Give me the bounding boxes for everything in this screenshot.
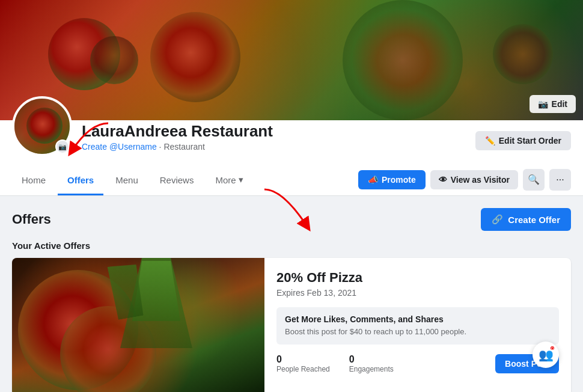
edit-cover-label: Edit bbox=[552, 99, 567, 109]
page-title: Offers bbox=[12, 212, 51, 227]
ellipsis-icon: ··· bbox=[556, 174, 564, 185]
boost-box-subtitle: Boost this post for $40 to reach up to 1… bbox=[285, 326, 551, 337]
engagements-value: 0 bbox=[349, 354, 394, 365]
eye-icon: 👁 bbox=[439, 175, 447, 185]
profile-sub: Create @Username · Restaurant bbox=[82, 142, 466, 152]
offer-image bbox=[12, 258, 264, 392]
megaphone-icon: 📣 bbox=[368, 175, 378, 185]
profile-category-text: Restaurant bbox=[163, 142, 204, 152]
boost-box-title: Get More Likes, Comments, and Shares bbox=[285, 314, 551, 324]
profile-actions: ✏️ Edit Start Order bbox=[475, 131, 571, 156]
avatar-camera-icon[interactable]: 📷 bbox=[55, 139, 70, 154]
profile-text: LauraAndreea Restaurant Create @Username… bbox=[82, 122, 466, 156]
create-offer-button[interactable]: 🔗 Create Offer bbox=[481, 208, 571, 231]
chevron-down-icon: ▾ bbox=[239, 174, 243, 185]
camera-icon: 📷 bbox=[538, 99, 548, 109]
people-reached-value: 0 bbox=[276, 354, 330, 365]
active-offers-subtitle: Your Active Offers bbox=[12, 240, 571, 251]
avatar: 📷 bbox=[12, 96, 72, 156]
boost-suggestion-box: Get More Likes, Comments, and Shares Boo… bbox=[276, 307, 559, 345]
cover-photo: 📷 Edit bbox=[0, 0, 583, 120]
notification-badge: 0 bbox=[549, 345, 555, 351]
tab-menu[interactable]: Menu bbox=[106, 167, 148, 195]
create-username-link[interactable]: Create @Username bbox=[82, 142, 157, 152]
people-icon-container: 👥 0 bbox=[545, 354, 571, 380]
tab-more[interactable]: More ▾ bbox=[206, 166, 252, 195]
search-icon: 🔍 bbox=[528, 174, 540, 185]
tab-home[interactable]: Home bbox=[12, 167, 55, 195]
edit-cover-button[interactable]: 📷 Edit bbox=[530, 95, 576, 113]
offer-stats: 0 People Reached 0 Engagements bbox=[276, 354, 394, 373]
people-icon-button[interactable]: 👥 0 bbox=[533, 341, 559, 368]
tab-reviews[interactable]: Reviews bbox=[150, 167, 204, 195]
create-offer-label: Create Offer bbox=[508, 215, 560, 225]
nav-tabs-left: Home Offers Menu Reviews More ▾ bbox=[12, 166, 253, 195]
edit-order-label: Edit Start Order bbox=[499, 136, 561, 145]
search-button[interactable]: 🔍 bbox=[523, 169, 545, 191]
engagements-label: Engagements bbox=[349, 365, 394, 373]
create-offer-icon: 🔗 bbox=[492, 214, 503, 225]
nav-tabs-right: 📣 Promote 👁 View as Visitor 🔍 ··· bbox=[358, 169, 571, 193]
promote-button[interactable]: 📣 Promote bbox=[358, 170, 426, 189]
offer-details: 20% Off Pizza Expires Feb 13, 2021 Get M… bbox=[264, 258, 571, 392]
view-as-visitor-button[interactable]: 👁 View as Visitor bbox=[430, 170, 518, 189]
people-reached-stat: 0 People Reached bbox=[276, 354, 330, 373]
content-area: Offers 🔗 Create Offer Your Active Offers… bbox=[0, 196, 583, 392]
profile-section: 📷 LauraAndreea Restaurant Create @Userna… bbox=[0, 120, 583, 196]
offer-stats-row: 0 People Reached 0 Engagements Boost Pos… bbox=[276, 354, 559, 373]
pencil-icon: ✏️ bbox=[485, 136, 495, 145]
more-options-button[interactable]: ··· bbox=[549, 169, 571, 191]
profile-info-row: 📷 LauraAndreea Restaurant Create @Userna… bbox=[12, 120, 571, 164]
offer-title: 20% Off Pizza bbox=[276, 270, 559, 286]
engagements-stat: 0 Engagements bbox=[349, 354, 394, 373]
tab-offers[interactable]: Offers bbox=[58, 167, 103, 195]
offer-expires: Expires Feb 13, 2021 bbox=[276, 288, 559, 298]
nav-tabs: Home Offers Menu Reviews More ▾ 📣 Promot… bbox=[12, 164, 571, 195]
content-header: Offers 🔗 Create Offer bbox=[12, 208, 571, 231]
visitor-label: View as Visitor bbox=[451, 175, 510, 185]
offer-card: 20% Off Pizza Expires Feb 13, 2021 Get M… bbox=[12, 258, 571, 392]
profile-name: LauraAndreea Restaurant bbox=[82, 122, 466, 141]
promote-label: Promote bbox=[382, 175, 416, 185]
edit-start-order-button[interactable]: ✏️ Edit Start Order bbox=[475, 131, 571, 150]
people-reached-label: People Reached bbox=[276, 365, 330, 373]
more-tab-label: More bbox=[215, 175, 236, 185]
